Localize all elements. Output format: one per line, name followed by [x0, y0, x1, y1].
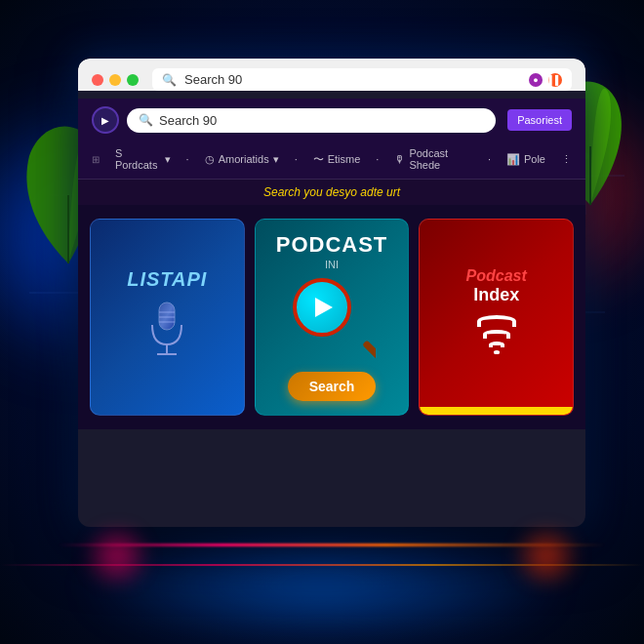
pastors-button[interactable]: Pasoriest: [507, 109, 572, 131]
tab-amoriatids-label: Amoriatids: [219, 153, 269, 165]
wifi-icon: [472, 315, 521, 354]
browser-action-icons: ● ▌▌: [529, 73, 562, 87]
wifi-arc-small: [489, 342, 504, 347]
tab-s-podcasts[interactable]: S Pordcats ▾: [111, 145, 175, 173]
mic-container: [142, 298, 191, 366]
microphone-icon: [142, 298, 191, 366]
tabs-grid-icon: ⊞: [92, 154, 100, 165]
tab-podcast-shede-label: Podcast Shede: [409, 147, 472, 171]
tab-wave-icon: 〜: [313, 152, 324, 167]
nav-bar: ▶ 🔍 Search 90 Pasoriest: [78, 99, 585, 141]
cards-area: listAPi: [78, 205, 585, 429]
tab-amoriatids-arrow: ▾: [273, 153, 279, 166]
tab-pole[interactable]: 📊 Pole: [503, 151, 549, 168]
nav-logo-icon: ▶: [101, 115, 109, 126]
card-listapi-title-text: listAPi: [127, 268, 207, 290]
address-bar-input[interactable]: [184, 72, 515, 87]
tab-podcast-icon: 🎙: [394, 153, 405, 165]
tab-separator-2: ·: [295, 153, 298, 165]
card-listapi[interactable]: listAPi: [90, 219, 245, 416]
tab-pole-label: Pole: [524, 153, 545, 165]
search-icon: 🔍: [139, 113, 153, 127]
card-podcast-subtitle: INI: [325, 259, 339, 270]
address-search-icon: 🔍: [162, 73, 177, 87]
wifi-arc-large: [477, 315, 516, 327]
wifi-dot: [494, 350, 500, 353]
svg-rect-16: [362, 341, 376, 361]
tab-s-podcasts-arrow: ▾: [165, 153, 171, 166]
card-podcast-index-title: Podcast: [466, 267, 527, 285]
search-button[interactable]: Search: [288, 372, 377, 401]
card-listapi-title: listAPi: [127, 268, 207, 290]
tab-etisme-label: Etisme: [328, 153, 361, 165]
subtitle-text: Search you desyo adte urt: [263, 185, 400, 199]
podcast-index-title-line1: Podcast: [466, 267, 527, 284]
svg-rect-10: [159, 302, 175, 330]
card-podcast-title-text: PODCAST: [276, 232, 388, 257]
subtitle-bar: Search you desyo adte urt: [78, 180, 585, 205]
dot-green[interactable]: [127, 74, 139, 86]
browser-window: 🔍 ● ▌▌ ▶ 🔍 Search 90 Pasoriest ⊞ S Pordc…: [78, 59, 585, 527]
tab-separator-4: ·: [488, 153, 491, 165]
browser-dots: 🔍 ● ▌▌: [92, 68, 572, 91]
address-bar-row: 🔍 ● ▌▌: [152, 68, 572, 91]
corner-glow-right: [507, 527, 585, 585]
card-podcast-title: PODCAST: [276, 233, 388, 257]
tab-amoriatids[interactable]: ◷ Amoriatids ▾: [201, 151, 283, 168]
tab-etisme[interactable]: 〜 Etisme: [309, 150, 365, 169]
play-triangle: [315, 298, 333, 317]
tab-chart-icon: 📊: [506, 153, 520, 166]
wifi-arc-medium: [483, 330, 510, 339]
browser-icon-orange[interactable]: ▌▌: [548, 73, 562, 87]
tabs-row: ⊞ S Pordcats ▾ · ◷ Amoriatids ▾ · 〜 Etis…: [78, 141, 585, 180]
card-podcast[interactable]: PODCAST INI Search: [255, 219, 410, 416]
tab-separator-1: ·: [186, 153, 189, 165]
card-podcast-index[interactable]: Podcast Index: [419, 219, 574, 416]
yellow-bar: [420, 407, 573, 415]
tab-clock-icon: ◷: [205, 153, 215, 166]
tab-s-podcasts-label: S Pordcats: [115, 147, 161, 171]
dot-yellow[interactable]: [109, 74, 121, 86]
corner-glow-left: [78, 527, 156, 585]
search-bar[interactable]: 🔍 Search 90: [127, 108, 496, 133]
podcast-index-title-line2: Index: [473, 285, 519, 305]
dot-red[interactable]: [92, 74, 103, 86]
magnifier-play-container: [293, 278, 371, 356]
nav-logo: ▶: [92, 106, 119, 134]
tab-more-icon[interactable]: ⋮: [561, 153, 572, 166]
magnifier-handle: [342, 327, 376, 361]
browser-chrome: 🔍 ● ▌▌: [78, 59, 585, 91]
search-bar-text: Search 90: [159, 113, 217, 128]
browser-icon-purple[interactable]: ●: [529, 73, 543, 87]
tab-separator-3: ·: [376, 153, 379, 165]
tab-podcast-shede[interactable]: 🎙 Podcast Shede: [390, 145, 476, 173]
